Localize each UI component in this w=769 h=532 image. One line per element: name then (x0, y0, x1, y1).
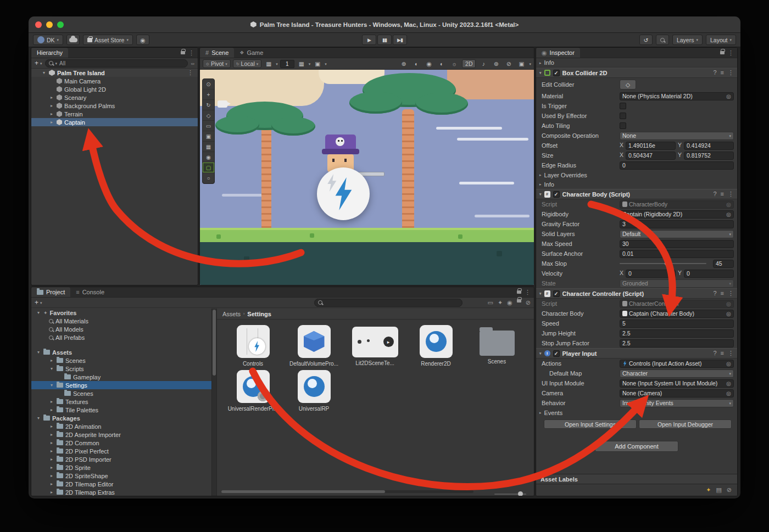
layout-dropdown[interactable]: Layout ▾ (706, 35, 736, 45)
material-field[interactable]: None (Physics Material 2D)◎ (620, 92, 734, 100)
default-map-dropdown[interactable]: Character▾ (620, 369, 734, 378)
asset-renderer2d[interactable]: Renderer2D (408, 325, 464, 367)
max-slop-field[interactable]: 45 (713, 260, 734, 268)
foldout-icon[interactable]: ▾ (36, 350, 41, 355)
play-button[interactable]: ▶ (362, 35, 376, 45)
gravity-factor-field[interactable]: 3 (620, 220, 734, 228)
layer-overrides-foldout[interactable]: ▸ Layer Overrides (536, 170, 737, 180)
rigidbody-field[interactable]: Captain (Rigidbody 2D)◎ (620, 210, 734, 219)
hierarchy-item-terrain[interactable]: ▸ Terrain (31, 110, 198, 118)
lock-icon[interactable] (720, 51, 725, 54)
chevron-down-icon[interactable]: ▾ (529, 62, 531, 66)
object-picker-icon[interactable]: ◎ (726, 380, 731, 387)
foldout-icon[interactable]: ▸ (539, 182, 542, 186)
foldout-icon[interactable]: ▾ (36, 310, 41, 315)
package-2d-pixel-perfect[interactable]: ▸2D Pixel Perfect (31, 447, 216, 455)
tab-console[interactable]: ≡ Console (70, 287, 110, 297)
foldout-icon[interactable]: ▾ (539, 351, 542, 355)
preset-icon[interactable]: ≡ (721, 290, 724, 297)
open-input-debugger-button[interactable]: Open Input Debugger (639, 419, 732, 429)
cloud-button[interactable] (66, 35, 80, 45)
hierarchy-item-scenary[interactable]: ▸ Scenary (31, 93, 198, 102)
asset-scenes-folder[interactable]: Scenes (469, 325, 525, 367)
velocity-y-field[interactable]: 0 (684, 270, 734, 278)
hierarchy-item-global-light[interactable]: Global Light 2D (31, 85, 198, 93)
foldout-icon[interactable]: ▾ (539, 192, 542, 196)
package-2d-tilemap-editor[interactable]: ▸2D Tilemap Editor (31, 480, 216, 488)
panel-menu-icon[interactable]: ⋮ (525, 289, 531, 296)
component-menu-icon[interactable]: ⋮ (728, 69, 734, 76)
scrollbar-thumb[interactable] (221, 490, 385, 493)
favorites-foldout[interactable]: ▾ ✦ Favorites (31, 309, 216, 317)
behavior-dropdown[interactable]: Invoke Unity Events▾ (620, 399, 734, 407)
tree-item-gameplay[interactable]: Gameplay (31, 373, 216, 381)
asset-controls[interactable]: Controls (225, 325, 281, 367)
object-picker-icon[interactable]: ◎ (726, 201, 731, 208)
object-picker-icon[interactable]: ◎ (726, 211, 731, 217)
foldout-icon[interactable]: ▸ (539, 173, 542, 177)
foldout-icon[interactable]: ▾ (36, 416, 41, 421)
package-2d-psd-importer[interactable]: ▸2D PSD Importer (31, 455, 216, 463)
foldout-icon[interactable]: ▸ (49, 407, 54, 412)
view-tool[interactable]: ⊙ (203, 79, 214, 89)
search-button[interactable] (656, 35, 669, 45)
help-icon[interactable]: ? (713, 350, 716, 357)
foldout-icon[interactable]: ▸ (539, 411, 542, 415)
offset-x-field[interactable]: 1.490116e (626, 142, 676, 150)
project-search-input[interactable] (314, 299, 462, 307)
visibility-icon[interactable]: ◉ (507, 299, 512, 306)
help-icon[interactable]: ? (713, 290, 716, 297)
account-dropdown[interactable]: DK ▾ (33, 35, 63, 45)
debug-draw-icon[interactable]: ◐ (437, 60, 447, 67)
object-picker-icon[interactable]: ◎ (726, 93, 731, 99)
scene-camera-settings-icon[interactable]: ▣ (516, 60, 526, 67)
package-2d-aseprite[interactable]: ▸2D Aseprite Importer (31, 430, 216, 439)
help-icon[interactable]: ? (713, 69, 716, 76)
foldout-icon[interactable]: ▸ (49, 449, 54, 453)
ui-input-module-field[interactable]: None (Input System UI Input Module)◎ (620, 379, 734, 388)
open-input-settings-button[interactable]: Open Input Settings (544, 419, 637, 429)
foldout-icon[interactable]: ▸ (49, 111, 54, 116)
box-collider-header[interactable]: ▾ ✓ Box Collider 2D ? ≡ ⋮ (536, 68, 737, 78)
edit-collider-button[interactable]: ◇ (620, 80, 636, 89)
jump-height-field[interactable]: 2.5 (620, 329, 734, 338)
tab-project[interactable]: Project (31, 287, 70, 297)
hidden-objects-icon[interactable]: ⊘ (504, 60, 514, 67)
tree-item-scripts[interactable]: ▾Scripts (31, 365, 216, 373)
hierarchy-item-captain[interactable]: ▸ Captain (31, 118, 198, 126)
snap-increment-icon[interactable]: ▦ (297, 60, 307, 67)
speed-field[interactable]: 5 (620, 320, 734, 328)
asset-universalrp[interactable]: UniversalRP (286, 370, 342, 412)
docs-icon[interactable]: ▤ (716, 486, 721, 494)
minimize-button[interactable] (46, 21, 53, 28)
tree-item-settings-scenes[interactable]: Scenes (31, 389, 216, 397)
assets-foldout[interactable]: ▾ Assets (31, 348, 216, 356)
size-x-field[interactable]: 0.504347 (626, 152, 676, 160)
scrollbar-thumb[interactable] (213, 310, 216, 376)
package-2d-tilemap-extras[interactable]: ▸2D Tilemap Extras (31, 488, 216, 496)
character-controller-header[interactable]: ▾ # ✓ Character Controller (Script) ? ≡ … (536, 288, 737, 299)
foldout-icon[interactable]: ▸ (49, 473, 54, 478)
composite-operation-dropdown[interactable]: None▾ (620, 132, 734, 140)
tab-scene[interactable]: # Scene (200, 48, 234, 58)
events-foldout[interactable]: ▸ Events (536, 408, 737, 417)
lock-icon[interactable] (517, 299, 521, 303)
character-body-header[interactable]: ▾ # ✓ Character Body (Script) ? ≡ ⋮ (536, 189, 737, 199)
max-slop-slider[interactable] (620, 263, 706, 264)
used-by-effector-checkbox[interactable] (620, 113, 626, 119)
package-2d-animation[interactable]: ▸2D Animation (31, 422, 216, 430)
favorite-all-prefabs[interactable]: All Prefabs (31, 333, 216, 341)
help-icon[interactable]: ? (713, 191, 716, 198)
foldout-icon[interactable]: ▸ (539, 61, 542, 65)
hidden-count-icon[interactable]: ⊘ (526, 299, 531, 306)
surface-anchor-field[interactable]: 0.01 (620, 250, 734, 258)
slider-thumb[interactable] (665, 261, 670, 266)
component-enabled-checkbox[interactable]: ✓ (553, 70, 560, 76)
foldout-icon[interactable]: ▸ (49, 95, 54, 100)
grid-tool[interactable]: ▦ (203, 142, 214, 152)
preset-icon[interactable]: ≡ (721, 69, 724, 76)
foldout-icon[interactable]: ▸ (49, 432, 54, 437)
package-2d-common[interactable]: ▸2D Common (31, 439, 216, 447)
asset-store-button[interactable]: Asset Store ▾ (83, 35, 133, 45)
favorite-all-models[interactable]: All Models (31, 325, 216, 333)
